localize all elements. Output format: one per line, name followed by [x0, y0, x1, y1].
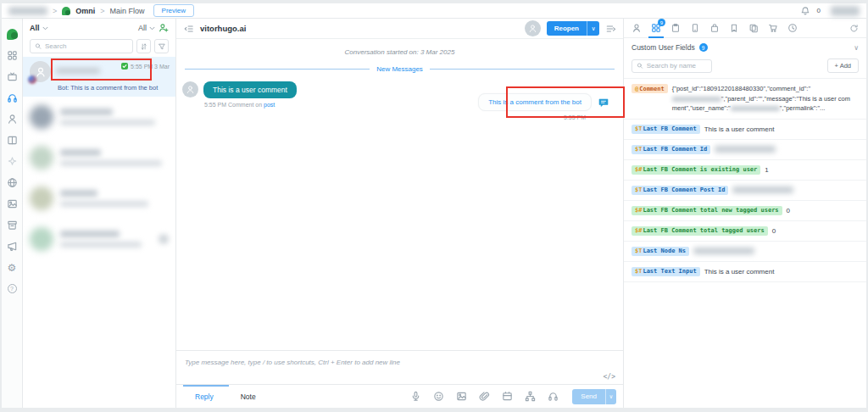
- person-icon: [632, 23, 642, 33]
- phone-icon: [690, 23, 700, 33]
- flow-icon[interactable]: [525, 391, 536, 402]
- message-input[interactable]: [176, 351, 623, 383]
- assignee-avatar[interactable]: [525, 20, 541, 36]
- live-chat-icon[interactable]: [2, 87, 23, 109]
- contacts-icon[interactable]: [2, 109, 23, 130]
- field-type-icon: $T: [635, 248, 642, 254]
- field-row[interactable]: $TLast Text Input This is a user comment: [624, 262, 866, 282]
- tab-cart[interactable]: [768, 19, 778, 37]
- send-split-button[interactable]: Send ∨: [572, 389, 616, 404]
- breadcrumb-flow-name[interactable]: Main Flow: [110, 7, 145, 15]
- tab-device[interactable]: [690, 19, 700, 37]
- field-value[interactable]: {"post_id":"18091220188480330","comment_…: [672, 84, 852, 114]
- channels-icon[interactable]: [2, 66, 23, 87]
- tab-profile[interactable]: [632, 19, 642, 37]
- reopen-button[interactable]: Reopen: [547, 21, 587, 36]
- redacted-value: [693, 248, 754, 254]
- field-label: @Comment: [632, 84, 668, 93]
- account-menu-blurred[interactable]: [831, 6, 860, 16]
- workspace-name-blurred[interactable]: [8, 7, 47, 15]
- channel-filter-dropdown[interactable]: All: [138, 24, 155, 32]
- chat-search-input[interactable]: [45, 42, 128, 50]
- redacted-value: [672, 97, 721, 102]
- field-value[interactable]: 1: [765, 165, 768, 174]
- preview-button[interactable]: Preview: [153, 4, 194, 17]
- broadcasts-icon[interactable]: [2, 236, 23, 257]
- dashboard-icon[interactable]: [2, 45, 23, 66]
- audio-call-icon[interactable]: [548, 391, 559, 402]
- chevron-down-icon[interactable]: ∨: [854, 44, 859, 52]
- field-row[interactable]: $TLast FB Comment This is a user comment: [624, 120, 866, 140]
- mic-icon[interactable]: [410, 391, 421, 402]
- search-icon: [35, 42, 42, 50]
- chat-list-panel: All All Bot: This is a comment from the …: [23, 19, 176, 408]
- field-search-input[interactable]: [647, 62, 707, 70]
- field-value[interactable]: 0: [772, 226, 776, 235]
- filter-button[interactable]: [154, 39, 169, 53]
- chat-list-item[interactable]: [23, 178, 175, 219]
- bell-icon[interactable]: [800, 6, 810, 16]
- tab-orders[interactable]: [709, 19, 720, 37]
- post-link[interactable]: post: [264, 102, 275, 108]
- contact-avatar: [30, 61, 51, 82]
- breadcrumb-bot-name[interactable]: Omni: [75, 7, 95, 15]
- field-value[interactable]: 0: [787, 206, 790, 214]
- field-row[interactable]: $#Last FB Comment is existing user 1: [624, 160, 866, 181]
- field-row[interactable]: $#Last FB Comment total new tagged users…: [624, 201, 866, 221]
- field-row[interactable]: $TLast FB Comment Id: [624, 140, 866, 160]
- help-icon[interactable]: ?: [2, 278, 23, 299]
- chat-list-item[interactable]: [23, 137, 175, 178]
- attachment-icon[interactable]: [479, 391, 490, 402]
- tab-note[interactable]: Note: [241, 393, 256, 401]
- chat-timestamp: 5:55 PM 3 Mar: [131, 64, 170, 70]
- content-icon[interactable]: [2, 130, 23, 151]
- tab-reply[interactable]: Reply: [183, 386, 229, 408]
- collapse-sidebar-icon[interactable]: [183, 24, 194, 34]
- field-row[interactable]: $TLast FB Comment Post Id: [624, 181, 866, 201]
- field-row[interactable]: $#Last FB Comment total tagged users 0: [624, 221, 866, 242]
- chat-list-item[interactable]: [23, 97, 175, 137]
- field-search-field[interactable]: [632, 59, 712, 73]
- person-icon: [186, 85, 195, 94]
- send-button[interactable]: Send: [572, 389, 605, 404]
- field-row-comment[interactable]: @Comment {"post_id":"18091220188480330",…: [624, 79, 866, 120]
- media-icon[interactable]: [2, 193, 23, 214]
- redacted-value: [715, 146, 776, 153]
- chevron-down-icon[interactable]: ∨: [605, 389, 616, 404]
- conversation-actions-icon[interactable]: [605, 24, 616, 34]
- tab-history[interactable]: [787, 19, 798, 37]
- settings-gear-icon[interactable]: ⚙: [2, 257, 23, 278]
- refresh-icon[interactable]: [849, 24, 859, 33]
- tab-bot-fields[interactable]: [670, 19, 681, 37]
- conversation-started-label: Conversation started on: 3 Mar 2025: [176, 48, 623, 56]
- field-value[interactable]: This is a user comment: [704, 267, 775, 276]
- add-field-button[interactable]: + Add: [827, 58, 859, 73]
- automation-icon[interactable]: [2, 151, 23, 172]
- code-snippet-icon[interactable]: </>: [604, 373, 615, 381]
- bot-message-bubble: This is a comment from the bot: [478, 93, 592, 111]
- chat-list-item-selected[interactable]: Bot: This is a comment from the bot 5:55…: [23, 57, 175, 97]
- tab-custom-fields[interactable]: 9: [651, 19, 661, 37]
- emoji-icon[interactable]: [433, 391, 444, 402]
- chat-search-field[interactable]: [30, 39, 133, 53]
- chat-list-item[interactable]: [23, 219, 175, 259]
- reopen-split-button[interactable]: Reopen ∨: [547, 21, 599, 36]
- app-window: > Omni > Main Flow Preview 0 ⚙ ? All All: [2, 3, 866, 408]
- field-value[interactable]: This is a user comment: [704, 125, 775, 133]
- contact-avatar: [182, 81, 198, 97]
- image-icon[interactable]: [456, 391, 467, 402]
- sort-button[interactable]: [136, 39, 151, 53]
- status-filter-dropdown[interactable]: All: [30, 24, 48, 32]
- field-row[interactable]: $TLast Node Ns: [624, 242, 866, 262]
- integrations-icon[interactable]: [2, 172, 23, 193]
- tab-notes[interactable]: [748, 19, 759, 37]
- breadcrumb-separator: >: [100, 7, 104, 15]
- app-logo-icon[interactable]: [2, 24, 23, 45]
- tab-saved[interactable]: [729, 19, 739, 37]
- bookmark-icon: [729, 23, 739, 33]
- archive-icon[interactable]: [2, 214, 23, 236]
- add-contact-icon[interactable]: [159, 23, 169, 33]
- message-area: Conversation started on: 3 Mar 2025 New …: [176, 40, 623, 350]
- chevron-down-icon[interactable]: ∨: [587, 21, 599, 36]
- products-icon[interactable]: [502, 391, 513, 402]
